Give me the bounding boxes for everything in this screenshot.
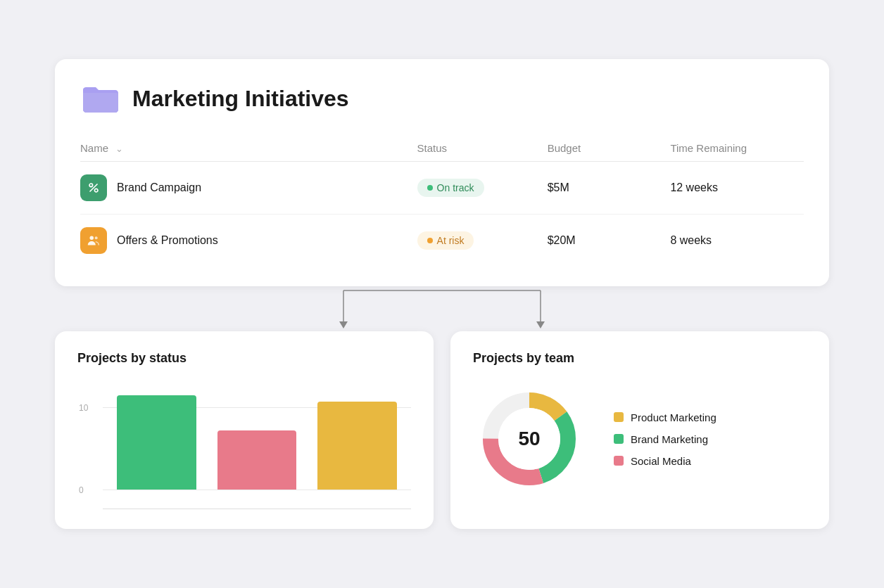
header-row: Marketing Initiatives bbox=[80, 82, 804, 115]
svg-point-4 bbox=[95, 236, 98, 239]
legend-item-brand: Brand Marketing bbox=[614, 433, 716, 445]
donut-wrapper: 50 bbox=[473, 383, 586, 495]
cell-budget-brand-campaign: $5M bbox=[536, 162, 659, 215]
connector-lines bbox=[55, 289, 829, 331]
legend-label-brand: Brand Marketing bbox=[631, 433, 708, 445]
table-row-brand-campaign[interactable]: Brand CampaignOn track$5M12 weeks bbox=[80, 162, 804, 215]
initiatives-table: Name ⌄ Status Budget Time Remaining Bran… bbox=[80, 135, 804, 267]
donut-chart-title: Projects by team bbox=[473, 351, 807, 366]
svg-marker-9 bbox=[536, 321, 545, 328]
col-header-budget: Budget bbox=[536, 135, 659, 162]
legend-item-product: Product Marketing bbox=[614, 411, 716, 423]
table-row-offers-promotions[interactable]: Offers & PromotionsAt risk$20M8 weeks bbox=[80, 215, 804, 267]
cell-time-brand-campaign: 12 weeks bbox=[659, 162, 804, 215]
bar-chart-title: Projects by status bbox=[77, 351, 411, 366]
status-dot-offers-promotions bbox=[427, 238, 433, 243]
legend-dot-product bbox=[614, 412, 624, 422]
donut-chart-card: Projects by team 50 bbox=[450, 331, 829, 529]
row-icon-brand-campaign bbox=[80, 174, 107, 201]
bar-chart-area: 10 0 bbox=[77, 383, 411, 509]
bar-on-track bbox=[117, 395, 196, 490]
cell-budget-offers-promotions: $20M bbox=[536, 215, 659, 267]
page-title: Marketing Initiatives bbox=[132, 86, 349, 112]
cell-status-offers-promotions: At risk bbox=[406, 215, 536, 267]
status-dot-brand-campaign bbox=[427, 185, 433, 191]
cell-status-brand-campaign: On track bbox=[406, 162, 536, 215]
grid-label-0: 0 bbox=[79, 485, 84, 495]
status-badge-brand-campaign: On track bbox=[417, 179, 484, 197]
status-label-brand-campaign: On track bbox=[437, 182, 474, 193]
bars-container bbox=[103, 383, 411, 490]
grid-label-10: 10 bbox=[79, 403, 88, 413]
col-header-status: Status bbox=[406, 135, 536, 162]
status-label-offers-promotions: At risk bbox=[437, 235, 465, 246]
donut-legend: Product Marketing Brand Marketing Social… bbox=[614, 411, 716, 467]
donut-center-value: 50 bbox=[518, 428, 540, 450]
main-container: Marketing Initiatives Name ⌄ Status Budg… bbox=[55, 59, 829, 529]
col-header-time: Time Remaining bbox=[659, 135, 804, 162]
svg-line-2 bbox=[90, 184, 98, 192]
legend-label-social: Social Media bbox=[631, 455, 691, 467]
folder-icon bbox=[80, 82, 120, 115]
legend-dot-social bbox=[614, 456, 624, 466]
donut-area: 50 Product Marketing Brand Marketing Soc… bbox=[473, 383, 807, 495]
legend-item-social: Social Media bbox=[614, 455, 716, 467]
legend-label-product: Product Marketing bbox=[631, 411, 716, 423]
bottom-row: Projects by status 10 0 bbox=[55, 331, 829, 529]
bar-chart-card: Projects by status 10 0 bbox=[55, 331, 434, 529]
top-card: Marketing Initiatives Name ⌄ Status Budg… bbox=[55, 59, 829, 286]
svg-point-0 bbox=[89, 184, 93, 187]
row-name-offers-promotions: Offers & Promotions bbox=[117, 234, 218, 247]
sort-icon[interactable]: ⌄ bbox=[115, 143, 123, 154]
legend-dot-brand bbox=[614, 434, 624, 444]
bar-at-risk bbox=[217, 430, 297, 490]
row-name-brand-campaign: Brand Campaign bbox=[117, 181, 201, 194]
bar-off-track bbox=[317, 402, 397, 490]
col-header-name: Name ⌄ bbox=[80, 135, 406, 162]
grid-line-0: 0 bbox=[103, 490, 411, 490]
svg-point-3 bbox=[90, 236, 94, 241]
row-icon-offers-promotions bbox=[80, 227, 107, 254]
x-axis bbox=[103, 509, 411, 509]
status-badge-offers-promotions: At risk bbox=[417, 231, 474, 250]
cell-name-offers-promotions: Offers & Promotions bbox=[80, 215, 406, 267]
cell-name-brand-campaign: Brand Campaign bbox=[80, 162, 406, 215]
svg-point-1 bbox=[94, 188, 98, 192]
cell-time-offers-promotions: 8 weeks bbox=[659, 215, 804, 267]
svg-marker-8 bbox=[339, 321, 348, 328]
